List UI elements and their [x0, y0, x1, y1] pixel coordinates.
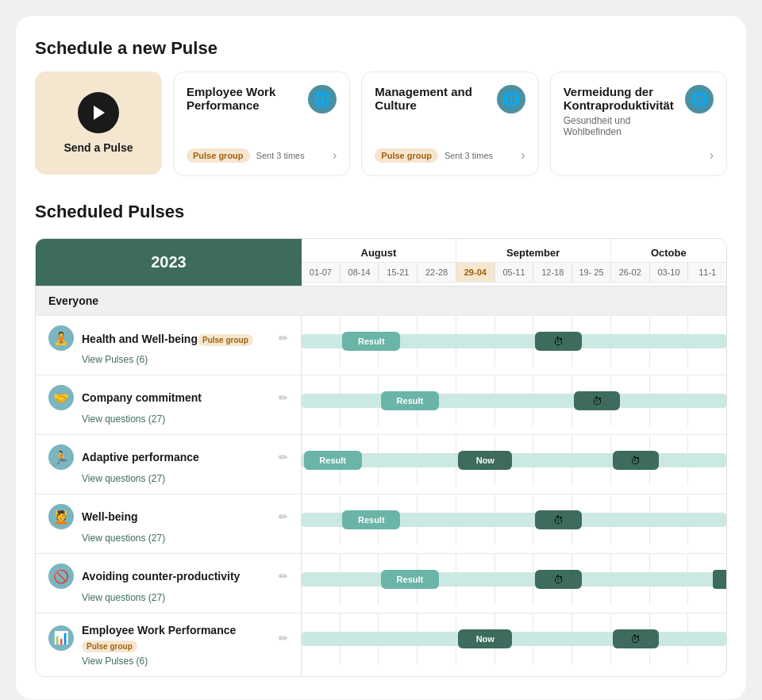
pulse-card-1-header: Management and Culture 🌐: [375, 85, 525, 113]
pulse-card-1-title-area: Management and Culture: [375, 85, 496, 112]
pulse-row-5: 📊Employee Work PerformancePulse group✏Vi…: [36, 613, 726, 676]
edit-icon-2[interactable]: ✏: [279, 451, 288, 463]
bg-bar-1: [302, 394, 726, 408]
everyone-group-label: Everyone: [36, 286, 726, 315]
pulse-rows-container: 🧘Health and Well-beingPulse group✏View P…: [36, 315, 726, 676]
week-1: 08-14: [340, 263, 379, 282]
app-container: Schedule a new Pulse Send a Pulse Employ…: [16, 16, 746, 699]
week-2: 15-21: [378, 263, 417, 282]
edit-icon-1[interactable]: ✏: [279, 391, 288, 404]
edit-icon-4[interactable]: ✏: [279, 570, 288, 583]
pulse-row-link-3[interactable]: View questions (27): [82, 533, 288, 544]
pulse-row-avatar-4: 🚫: [48, 563, 74, 589]
pulse-card-0-sent: Sent 3 times: [256, 151, 305, 160]
pulse-row-1: 🤝Company commitment✏View questions (27)R…: [36, 375, 726, 434]
pulse-row-name-0: Health and Well-being: [82, 333, 198, 345]
now-bar-2: Now: [458, 451, 512, 470]
pulse-card-0-header: Employee Work Performance 🌐: [187, 85, 337, 113]
pulse-card-2-arrow[interactable]: ›: [710, 148, 714, 163]
pulse-row-0: 🧘Health and Well-beingPulse group✏View P…: [36, 315, 726, 375]
svg-marker-0: [94, 106, 105, 120]
pulse-row-info-0: 🧘Health and Well-beingPulse group✏View P…: [36, 316, 302, 375]
pulse-row-main-2: 🏃Adaptive performance✏: [48, 444, 288, 470]
edit-icon-5[interactable]: ✏: [279, 632, 288, 644]
send-pulse-card[interactable]: Send a Pulse: [35, 71, 162, 175]
pulse-row-main-3: 💆Well-being✏: [48, 504, 288, 529]
pulse-row-name-4: Avoiding counter-productivity: [82, 570, 240, 583]
pulse-row-avatar-3: 💆: [48, 504, 74, 529]
pulse-row-link-0[interactable]: View Pulses (6): [82, 354, 288, 365]
bg-bar-2: [302, 453, 726, 467]
week-headers: 01-07 08-14 15-21 22-28 29-04 05-11 12-1…: [302, 262, 726, 283]
pulse-row-info-5: 📊Employee Work PerformancePulse group✏Vi…: [36, 613, 302, 676]
pulse-row-avatar-1: 🤝: [48, 385, 74, 410]
pulse-row-main-1: 🤝Company commitment✏: [48, 385, 288, 410]
edit-icon-0[interactable]: ✏: [279, 332, 288, 344]
pulse-card-0-arrow[interactable]: ›: [333, 148, 337, 163]
pulse-row-timeline-5: Now⏱: [302, 613, 726, 664]
week-7: 19- 25: [572, 263, 610, 282]
play-icon: [89, 103, 108, 122]
pulse-row-timeline-3: Result⏱: [302, 494, 726, 545]
bg-bar-4: [302, 572, 726, 587]
pulse-row-link-1[interactable]: View questions (27): [82, 413, 288, 425]
scheduled-title: Scheduled Pulses: [35, 202, 727, 222]
pulse-row-name-wrap-2: Adaptive performance: [82, 450, 267, 464]
pulse-row-info-3: 💆Well-being✏View questions (27): [36, 494, 302, 553]
pulse-card-0-title: Employee Work Performance: [187, 85, 308, 112]
pulse-row-link-4[interactable]: View questions (27): [82, 592, 288, 603]
clock-bar-1: ⏱: [574, 391, 620, 410]
week-9: 03-10: [649, 263, 688, 282]
pulse-card-1[interactable]: Management and Culture 🌐 Pulse group Sen…: [361, 71, 538, 176]
pulse-cards-row: Send a Pulse Employee Work Performance 🌐…: [35, 71, 727, 176]
month-headers: August September Octobe: [302, 239, 726, 262]
pulse-card-2-title: Vermeidung der Kontraproduktivität: [564, 85, 685, 112]
pulse-card-2-avatar: 🌐: [685, 85, 714, 113]
pulse-row-name-wrap-0: Health and Well-beingPulse group: [82, 331, 267, 346]
pulse-card-1-footer: Pulse group Sent 3 times ›: [375, 148, 525, 163]
pulse-row-link-5[interactable]: View Pulses (6): [82, 656, 288, 667]
pulse-row-info-1: 🤝Company commitment✏View questions (27): [36, 375, 302, 434]
clock-bar-0: ⏱: [535, 332, 581, 351]
result-bar-0: Result: [342, 332, 400, 351]
pulse-row-name-2: Adaptive performance: [82, 451, 199, 463]
pulse-row-name-wrap-5: Employee Work PerformancePulse group: [82, 623, 267, 652]
week-8: 26-02: [610, 263, 649, 282]
pulse-row-timeline-4: Result⏱: [302, 554, 726, 605]
pulse-row-3: 💆Well-being✏View questions (27)Result⏱: [36, 494, 726, 553]
week-6: 12-18: [533, 263, 572, 282]
week-4-highlight: 29-04: [456, 263, 495, 282]
clock-bar-4: ⏱: [535, 570, 581, 589]
page-title: Schedule a new Pulse: [35, 38, 727, 59]
week-5: 05-11: [495, 263, 533, 282]
pulse-row-name-1: Company commitment: [82, 391, 202, 404]
pulse-card-1-arrow[interactable]: ›: [521, 148, 525, 163]
pulse-card-1-badge: Pulse group: [375, 148, 438, 163]
result-bar-3: Result: [342, 510, 400, 529]
pulse-row-avatar-5: 📊: [48, 625, 74, 651]
result-bar-1: Result: [381, 391, 439, 410]
pulse-card-2-header: Vermeidung der Kontraproduktivität Gesun…: [564, 85, 714, 137]
year-cell: 2023: [36, 239, 302, 286]
pulse-row-info-2: 🏃Adaptive performance✏View questions (27…: [36, 435, 302, 494]
extra-right-bar-4: [713, 570, 727, 589]
pulse-row-name-3: Well-being: [82, 510, 138, 523]
pulse-row-4: 🚫Avoiding counter-productivity✏View ques…: [36, 553, 726, 613]
pulse-row-link-2[interactable]: View questions (27): [82, 473, 288, 484]
pulse-card-0[interactable]: Employee Work Performance 🌐 Pulse group …: [173, 71, 350, 176]
pulse-card-2[interactable]: Vermeidung der Kontraproduktivität Gesun…: [550, 71, 727, 176]
months-area: August September Octobe 01-07 08-14 15-2…: [302, 239, 726, 286]
pulse-row-main-5: 📊Employee Work PerformancePulse group✏: [48, 623, 288, 652]
edit-icon-3[interactable]: ✏: [279, 510, 288, 523]
pulse-row-timeline-1: Result⏱: [302, 375, 726, 426]
pulse-card-1-sent: Sent 3 times: [444, 151, 493, 160]
month-august: August: [302, 239, 456, 262]
month-october: Octobe: [610, 239, 726, 262]
pulse-row-name-5: Employee Work Performance: [82, 624, 236, 637]
now-bar-5: Now: [458, 629, 512, 648]
pulse-card-0-avatar: 🌐: [308, 85, 337, 113]
week-3: 22-28: [417, 263, 456, 282]
scheduled-section: Scheduled Pulses 2023 August September O…: [35, 202, 727, 677]
result-bar-4: Result: [381, 570, 439, 589]
pulse-row-name-wrap-3: Well-being: [82, 510, 267, 524]
